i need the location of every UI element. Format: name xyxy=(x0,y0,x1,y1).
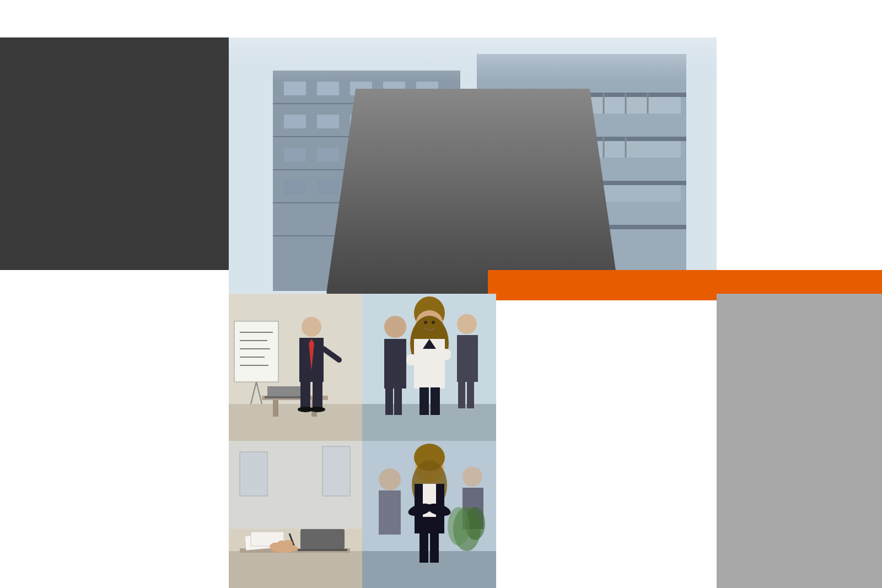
bottom-photo-2 xyxy=(362,441,496,588)
svg-rect-115 xyxy=(379,490,401,535)
svg-rect-113 xyxy=(362,551,496,588)
svg-rect-19 xyxy=(350,148,372,161)
svg-rect-31 xyxy=(477,225,686,229)
svg-rect-21 xyxy=(416,148,438,161)
svg-rect-79 xyxy=(385,387,393,415)
svg-rect-91 xyxy=(415,349,451,360)
svg-rect-52 xyxy=(229,404,362,441)
svg-point-94 xyxy=(424,321,427,324)
svg-rect-126 xyxy=(430,532,439,563)
svg-rect-93 xyxy=(431,387,440,415)
svg-rect-84 xyxy=(467,381,474,408)
svg-rect-25 xyxy=(383,181,405,195)
svg-rect-70 xyxy=(300,381,310,408)
right-content-area xyxy=(717,37,882,294)
svg-point-81 xyxy=(457,314,477,334)
svg-rect-76 xyxy=(362,404,496,441)
team-photo xyxy=(362,294,496,441)
svg-rect-16 xyxy=(416,115,438,128)
svg-rect-23 xyxy=(317,181,339,195)
svg-point-116 xyxy=(462,467,482,487)
svg-rect-78 xyxy=(384,339,406,389)
svg-point-114 xyxy=(379,468,401,490)
bottom-left-section xyxy=(0,270,229,588)
svg-rect-125 xyxy=(420,532,428,563)
svg-rect-110 xyxy=(322,446,350,496)
svg-point-77 xyxy=(384,316,406,338)
building-image xyxy=(229,37,717,294)
svg-rect-30 xyxy=(477,181,686,185)
svg-rect-82 xyxy=(457,335,478,382)
svg-point-95 xyxy=(432,321,435,324)
svg-rect-17 xyxy=(284,148,306,161)
svg-rect-54 xyxy=(273,400,278,417)
svg-rect-56 xyxy=(267,386,300,396)
svg-rect-58 xyxy=(234,321,278,382)
header xyxy=(0,0,882,37)
svg-point-129 xyxy=(448,507,470,546)
left-dark-block xyxy=(0,0,229,270)
bottom-photo-1 xyxy=(229,441,362,588)
svg-rect-102 xyxy=(300,529,345,549)
svg-rect-71 xyxy=(313,381,322,408)
svg-rect-34 xyxy=(482,185,681,202)
presentation-photo xyxy=(229,294,362,441)
gray-block xyxy=(717,294,882,588)
svg-rect-24 xyxy=(350,181,372,195)
svg-rect-18 xyxy=(317,148,339,161)
svg-rect-80 xyxy=(394,387,402,415)
svg-rect-15 xyxy=(383,115,405,128)
svg-rect-92 xyxy=(420,387,429,415)
svg-rect-22 xyxy=(284,181,306,195)
svg-rect-26 xyxy=(416,181,438,195)
svg-rect-103 xyxy=(298,549,347,551)
svg-rect-97 xyxy=(229,551,362,588)
svg-rect-50 xyxy=(229,37,717,148)
svg-rect-20 xyxy=(383,148,405,161)
svg-rect-14 xyxy=(350,115,372,128)
svg-rect-57 xyxy=(265,396,303,398)
svg-point-73 xyxy=(310,407,325,412)
svg-rect-83 xyxy=(458,381,465,408)
svg-point-66 xyxy=(302,317,321,337)
svg-rect-109 xyxy=(240,452,267,496)
